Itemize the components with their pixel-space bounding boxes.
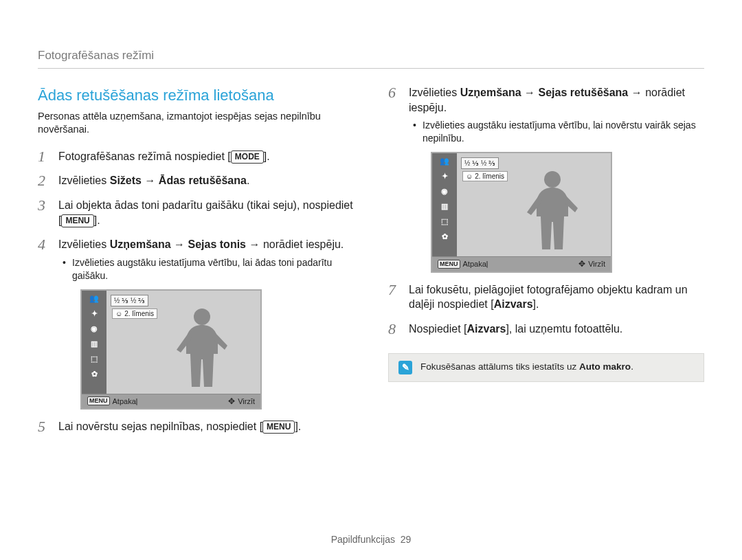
person-silhouette-icon — [521, 167, 583, 256]
camera-preview: ½ ⅓ ½ ⅔ ☺2. līmenis — [457, 153, 611, 256]
step-5: Lai novērstu sejas nepilnības, nospiedie… — [38, 419, 354, 434]
step-1: Fotografēšanas režīmā nospiediet [MODE]. — [38, 149, 354, 164]
camera-icon-strip: 👥 ✦ ◉ ▥ ⬚ ✿ — [432, 153, 457, 256]
move-label: Virzīt — [588, 259, 605, 269]
section-title: Ādas retušēšanas režīma lietošana — [38, 85, 354, 106]
camera-preview: ½ ⅓ ½ ⅔ ☺2. līmenis — [106, 291, 260, 394]
person-silhouette-icon — [171, 304, 233, 394]
step-2: Izvēlieties Sižets → Ādas retušēšana. — [38, 173, 354, 188]
target-icon: ◉ — [436, 186, 453, 197]
left-column: Ādas retušēšanas režīma lietošana Person… — [38, 85, 354, 444]
page-number: 29 — [401, 534, 412, 545]
breadcrumb: Fotografēšanas režīmi — [38, 48, 704, 69]
step-3: Lai objekta ādas toni padarītu gaišāku (… — [38, 198, 354, 227]
frame-icon: ⬚ — [86, 353, 102, 364]
step-6-sub: Izvēlieties augstāku iestatījuma vērtību… — [409, 119, 704, 145]
frame-icon: ⬚ — [436, 216, 453, 227]
right-column: Izvēlieties Uzņemšana → Sejas retušēšana… — [388, 85, 704, 444]
intro-text: Personas attēla uzņemšana, izmantojot ie… — [38, 110, 354, 137]
footer-label: Papildfunkcijas — [331, 534, 395, 545]
mode-icon: 👥 — [86, 293, 102, 304]
back-label: Atpakaļ — [463, 259, 488, 269]
footer: Papildfunkcijas 29 — [0, 533, 742, 546]
step-6: Izvēlieties Uzņemšana → Sejas retušēšana… — [388, 85, 704, 273]
steps-list-right: Izvēlieties Uzņemšana → Sejas retušēšana… — [388, 85, 704, 337]
mode-icon: 👥 — [436, 155, 453, 166]
level-label: ☺2. līmenis — [462, 171, 508, 182]
step-8: Nospiediet [Aizvars], lai uzņemtu fotoat… — [388, 322, 704, 337]
content-columns: Ādas retušēšanas režīma lietošana Person… — [38, 85, 704, 444]
camera-screenshot: 👥 ✦ ◉ ▥ ⬚ ✿ ½ ⅓ ½ ⅔ ☺2. līmenis — [80, 289, 262, 410]
menu-chip-icon: MENU — [438, 260, 460, 269]
target-icon: ◉ — [86, 323, 102, 334]
grid-icon: ▥ — [436, 201, 453, 212]
menu-chip-icon: MENU — [87, 396, 110, 405]
back-label: Atpakaļ — [113, 396, 138, 407]
flower-icon: ✿ — [436, 231, 453, 242]
mode-button-label: MODE — [231, 150, 264, 164]
menu-button-label: MENU — [61, 214, 93, 227]
exposure-icons: ½ ⅓ ½ ⅔ — [114, 296, 145, 306]
step-4: Izvēlieties Uzņemšana → Sejas tonis → no… — [38, 237, 354, 410]
exposure-level-bar: ½ ⅓ ½ ⅔ — [461, 157, 499, 170]
camera-bottom-bar: MENUAtpakaļ ✥Virzīt — [432, 256, 611, 271]
level-label: ☺2. līmenis — [112, 309, 157, 320]
grid-icon: ▥ — [86, 338, 102, 349]
flower-icon: ✿ — [86, 368, 102, 379]
step-7: Lai fokusētu, pielāgojiet fotografējamo … — [388, 282, 704, 312]
note-box: ✎ Fokusēšanas attālums tiks iestatīts uz… — [388, 353, 704, 382]
note-text: Fokusēšanas attālums tiks iestatīts uz A… — [420, 361, 633, 373]
camera-icon-strip: 👥 ✦ ◉ ▥ ⬚ ✿ — [82, 291, 106, 394]
dpad-icon: ✥ — [578, 260, 585, 268]
exposure-icons: ½ ⅓ ½ ⅔ — [464, 159, 495, 168]
camera-screenshot: 👥 ✦ ◉ ▥ ⬚ ✿ ½ ⅓ ½ ⅔ ☺2. līmenis — [431, 152, 612, 273]
step-4-sub: Izvēlieties augstāku iestatījuma vērtību… — [58, 256, 354, 282]
sparkle-icon: ✦ — [86, 308, 102, 319]
move-label: Virzīt — [238, 396, 255, 407]
svg-point-0 — [194, 309, 210, 325]
exposure-level-bar: ½ ⅓ ½ ⅔ — [111, 295, 148, 307]
info-icon: ✎ — [398, 361, 412, 374]
steps-list-left: Fotografēšanas režīmā nospiediet [MODE].… — [38, 149, 354, 434]
menu-button-label: MENU — [262, 421, 295, 434]
svg-point-1 — [544, 171, 561, 188]
sparkle-icon: ✦ — [436, 170, 453, 181]
camera-bottom-bar: MENUAtpakaļ ✥Virzīt — [82, 394, 260, 409]
dpad-icon: ✥ — [228, 397, 235, 405]
